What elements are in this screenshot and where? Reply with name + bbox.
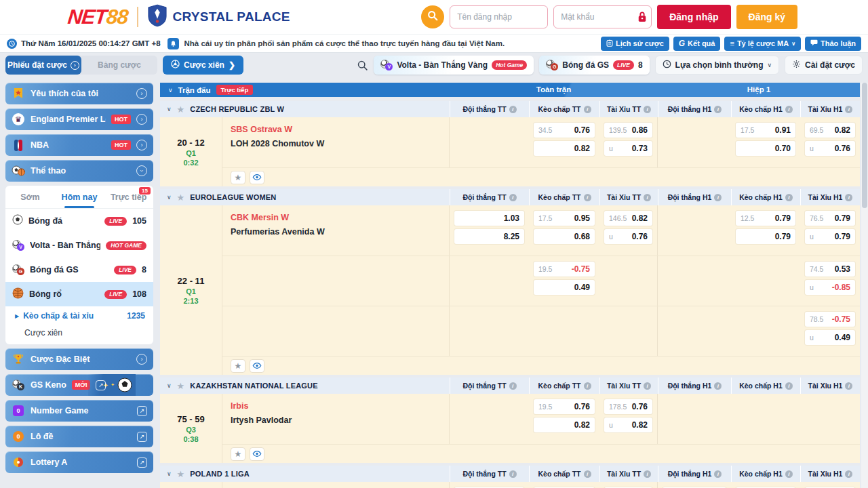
sidebar-item-soccer[interactable]: Bóng đá LIVE 105 (5, 209, 153, 233)
league-favorite-star[interactable]: ★ (177, 105, 185, 114)
odds-cell[interactable]: 146.50.82 (604, 211, 652, 226)
live-eye-button[interactable] (250, 171, 264, 184)
odds-cell[interactable]: 8.25 (454, 229, 524, 244)
info-icon[interactable]: i (584, 382, 591, 390)
results-button[interactable]: G Kết quả (673, 37, 721, 51)
live-eye-button[interactable] (250, 447, 264, 461)
league-collapse-chevron[interactable]: ∨ (167, 382, 172, 389)
odds-cell[interactable]: 76.50.79 (805, 211, 855, 226)
discussion-button[interactable]: Thảo luận (805, 37, 861, 51)
favorite-star-button[interactable]: ★ (231, 447, 245, 461)
league-collapse-chevron[interactable]: ∨ (167, 106, 172, 113)
odds-cell[interactable]: u0.49 (805, 330, 855, 345)
info-icon[interactable]: i (509, 382, 517, 390)
info-icon[interactable]: i (845, 382, 852, 390)
league-favorite-star[interactable]: ★ (177, 193, 185, 202)
register-button[interactable]: Đăng ký (736, 5, 797, 29)
odds-cell[interactable]: 0.49 (534, 280, 595, 295)
info-icon[interactable]: i (714, 382, 722, 390)
tab-bet-slip[interactable]: Phiếu đặt cược› (5, 56, 81, 75)
sidebar-item-favorites[interactable]: Yêu thích của tôi › (5, 83, 153, 104)
login-button[interactable]: Đăng nhập (657, 5, 730, 29)
info-icon[interactable]: i (584, 194, 591, 201)
odds-cell[interactable]: 139.50.86 (604, 123, 652, 138)
info-icon[interactable]: i (785, 382, 793, 390)
sidebar-item-gs-keno[interactable]: K GS Keno MỚI ✦✦ ↗ (5, 374, 153, 396)
odds-cell[interactable]: u0.73 (604, 141, 652, 156)
odds-cell[interactable]: 178.50.76 (604, 399, 652, 414)
odds-cell[interactable]: 1.03 (454, 211, 524, 226)
sidebar-item-gs-soccer[interactable]: G Bóng đá GS LIVE 8 (5, 258, 153, 282)
collapse-all-chevron[interactable]: ∨ (168, 87, 173, 94)
odds-cell[interactable]: 0.79 (736, 229, 795, 244)
tab-live[interactable]: Trực tiếp15 (104, 186, 153, 208)
league-favorite-star[interactable]: ★ (177, 470, 185, 479)
info-icon[interactable]: i (845, 106, 852, 113)
parlay-button[interactable]: Cược xiên ❯ (163, 56, 243, 75)
favorite-star-button[interactable]: ★ (231, 359, 245, 373)
odds-cell[interactable]: 0.82 (534, 141, 595, 156)
sidebar-item-parlay[interactable]: Cược xiên (5, 325, 153, 344)
header-search-button[interactable] (421, 5, 444, 28)
live-eye-button[interactable] (250, 359, 264, 373)
odds-cell[interactable]: 78.5-0.75 (805, 312, 855, 327)
username-input[interactable] (450, 5, 548, 28)
sidebar-item-basketball[interactable]: Bóng rổ LIVE 108 (5, 282, 153, 306)
odds-cell[interactable]: u0.82 (604, 418, 652, 432)
info-icon[interactable]: i (509, 194, 517, 201)
info-icon[interactable]: i (509, 106, 517, 113)
odds-cell[interactable]: 17.50.91 (736, 123, 795, 138)
odds-cell[interactable]: 17.50.95 (534, 211, 595, 226)
sidebar-item-handicap-ou[interactable]: ▶ Kèo chấp & tài xỉu 1235 (5, 306, 153, 325)
odds-type-dropdown[interactable]: ≡ Tỷ lệ cược MA ∨ (724, 37, 801, 51)
info-icon[interactable]: i (509, 470, 517, 478)
league-favorite-star[interactable]: ★ (177, 382, 185, 390)
sidebar-item-special-bets[interactable]: Cược Đặc Biệt › (5, 348, 153, 370)
odds-cell[interactable]: u0.76 (805, 141, 855, 156)
scrollbar-thumb[interactable] (862, 83, 867, 208)
tab-today[interactable]: Hôm nay (55, 186, 104, 208)
info-icon[interactable]: i (785, 194, 793, 201)
sidebar-item-lottery-a[interactable]: Lottery A ↗ (5, 451, 153, 473)
sidebar-item-volta[interactable]: V Volta - Bàn Thắng Vàng HOT GAME (5, 233, 153, 258)
odds-cell[interactable]: 0.68 (534, 229, 595, 244)
bet-settings-button[interactable]: Cài đặt cược (785, 56, 863, 75)
sort-selector-dropdown[interactable]: Lựa chọn bình thường ∨ (655, 56, 779, 75)
info-icon[interactable]: i (714, 106, 722, 113)
odds-cell[interactable]: 19.50.76 (534, 399, 595, 414)
info-icon[interactable]: i (845, 470, 852, 478)
tab-gs-soccer[interactable]: G Bóng đá GS LIVE 8 (539, 56, 649, 75)
info-icon[interactable]: i (644, 382, 651, 390)
info-icon[interactable]: i (785, 470, 793, 478)
vertical-scrollbar[interactable] (861, 83, 868, 488)
board-search-button[interactable] (357, 60, 368, 71)
sidebar-item-epl[interactable]: ♛ England Premier League HOT › (5, 108, 153, 130)
net88-logo[interactable]: NET88 (66, 5, 129, 28)
sidebar-item-nba[interactable]: NBA HOT › (5, 134, 153, 156)
sidebar-item-sports[interactable]: Thể thao › (5, 160, 153, 182)
league-collapse-chevron[interactable]: ∨ (167, 194, 172, 201)
info-icon[interactable]: i (714, 194, 722, 201)
odds-cell[interactable]: 0.70 (736, 141, 795, 156)
info-icon[interactable]: i (644, 194, 651, 201)
bet-history-button[interactable]: Lịch sử cược (601, 37, 669, 51)
info-icon[interactable]: i (644, 106, 651, 113)
odds-cell[interactable]: 0.82 (534, 418, 595, 432)
odds-cell[interactable]: u0.79 (805, 229, 855, 244)
odds-cell[interactable]: 69.50.82 (805, 123, 855, 138)
league-collapse-chevron[interactable]: ∨ (167, 470, 172, 477)
odds-cell[interactable]: u-0.85 (805, 280, 855, 295)
favorite-star-button[interactable]: ★ (231, 171, 245, 184)
odds-cell[interactable]: u0.76 (604, 229, 652, 244)
sidebar-item-lode[interactable]: 0 Lô đề ↗ (5, 426, 153, 447)
tab-bet-board[interactable]: Bảng cược (81, 56, 157, 75)
sidebar-item-number-game[interactable]: 0 Number Game ↗ (5, 400, 153, 422)
info-icon[interactable]: i (714, 470, 722, 478)
odds-cell[interactable]: 12.50.79 (736, 211, 795, 226)
info-icon[interactable]: i (845, 194, 852, 201)
info-icon[interactable]: i (644, 470, 651, 478)
info-icon[interactable]: i (785, 106, 793, 113)
odds-cell[interactable]: 19.5-0.75 (534, 262, 595, 277)
info-icon[interactable]: i (584, 470, 591, 478)
info-icon[interactable]: i (584, 106, 591, 113)
